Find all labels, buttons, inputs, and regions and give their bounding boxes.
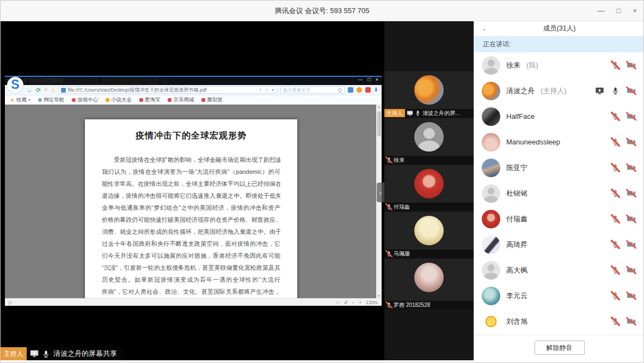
mic-muted-icon[interactable] xyxy=(611,164,620,172)
bookmark-item[interactable]: 小说大全 xyxy=(106,96,132,104)
pdf-zoom-out-icon[interactable]: − xyxy=(352,300,354,305)
document-line: 历史契合。如果新冠疫情演变成为百年一遇的全球性的“大流行 xyxy=(102,274,280,286)
video-tile[interactable]: 徐来 xyxy=(384,118,474,164)
mic-muted-icon[interactable] xyxy=(611,112,620,120)
camera-off-icon[interactable] xyxy=(627,241,636,248)
mic-muted-icon[interactable] xyxy=(611,240,620,249)
pdf-zoom-in-icon[interactable]: + xyxy=(359,300,361,305)
add-favorite-icon[interactable]: + xyxy=(259,87,262,93)
mic-muted-icon[interactable] xyxy=(611,138,620,146)
video-tile[interactable]: 罗茜 20182528 xyxy=(384,259,474,309)
pdf-toolbar-right: □ ↺ − + 133% xyxy=(336,300,378,305)
extension-icon[interactable] xyxy=(357,87,362,93)
collapse-panel-icon[interactable]: ⌄ xyxy=(482,26,487,32)
bookmark-item[interactable]: 爱淘宝 xyxy=(139,96,161,104)
camera-off-icon[interactable] xyxy=(627,87,636,94)
member-row[interactable]: 李元云 xyxy=(474,283,644,308)
member-row[interactable]: HalfFace xyxy=(474,104,644,129)
menu-icon[interactable] xyxy=(365,87,371,93)
camera-off-icon[interactable] xyxy=(627,164,636,171)
browser-window-controls: — □ × xyxy=(358,77,378,82)
camera-off-icon[interactable] xyxy=(627,267,636,274)
browser-close-button[interactable]: × xyxy=(376,77,378,82)
avatar xyxy=(482,133,500,152)
screen-share-icon xyxy=(407,111,413,116)
unmute-button[interactable]: 解除静音 xyxy=(535,341,585,355)
speaking-now-bar: 正在讲话: xyxy=(474,37,644,52)
mic-muted-icon[interactable] xyxy=(611,61,620,69)
browser-tab-pdf[interactable]: 疫情冲击下的全球宏观形... × xyxy=(95,77,159,85)
bookmark-item[interactable]: 京东商城 xyxy=(168,96,194,104)
tile-name: 徐来 xyxy=(394,156,404,164)
tile-name: 清波之舟的屏... xyxy=(422,110,459,117)
scroll-down-icon[interactable]: ▼ xyxy=(376,294,382,298)
bookmark-item[interactable]: 游戏中心 xyxy=(72,96,98,104)
tile-label: 马珮珊 xyxy=(384,250,474,258)
pdf-page-icon[interactable]: □ xyxy=(336,300,339,305)
mic-muted-icon xyxy=(386,251,392,257)
video-tile-host[interactable]: 主持人 清波之舟的屏... xyxy=(384,71,474,117)
mic-muted-icon[interactable] xyxy=(611,266,620,274)
camera-off-icon[interactable] xyxy=(627,138,636,146)
camera-off-icon[interactable] xyxy=(627,190,636,197)
download-icon[interactable]: ⬇ xyxy=(374,87,378,93)
avatar xyxy=(482,56,500,75)
tile-label: 徐来 xyxy=(384,156,474,164)
camera-off-icon[interactable] xyxy=(627,318,636,325)
member-suffix: (主持人) xyxy=(541,86,567,96)
video-tile[interactable]: 付瑞鑫 xyxy=(384,165,474,211)
search-input[interactable] xyxy=(283,87,336,93)
maximize-button[interactable]: □ xyxy=(617,7,621,14)
screen-share-icon[interactable] xyxy=(595,87,604,95)
strip-expand-handle[interactable]: › xyxy=(377,183,384,202)
camera-off-icon[interactable] xyxy=(627,113,636,120)
member-row[interactable]: 付瑞鑫 xyxy=(474,206,644,232)
apps-grid-icon[interactable] xyxy=(348,87,353,93)
mic-muted-icon[interactable] xyxy=(611,189,620,197)
favorite-star-icon[interactable]: ☆ xyxy=(265,87,269,93)
pdf-play-icon[interactable]: ▷ xyxy=(9,300,13,305)
member-row[interactable]: Manuneedssleep xyxy=(474,129,644,155)
document-line: 给当下的悲观预期提供了理由，市场的调整或尚未结束。 xyxy=(102,298,280,298)
member-row[interactable]: 徐来 (我) xyxy=(474,52,644,78)
video-tile[interactable]: 马珮珊 xyxy=(384,212,474,258)
bookmark-item[interactable]: 网址导航 xyxy=(38,96,64,104)
browser-search-box[interactable]: Q xyxy=(280,86,345,94)
camera-off-icon[interactable] xyxy=(627,215,636,222)
avatar xyxy=(414,75,444,105)
back-icon[interactable]: ← xyxy=(27,87,33,93)
bookmarks-bar: ★ 收藏 ▾ 网址导航 游戏中心 小说大全 xyxy=(5,95,382,105)
mic-muted-icon[interactable] xyxy=(611,292,620,300)
search-icon[interactable]: Q xyxy=(338,87,342,93)
mic-muted-icon[interactable] xyxy=(611,215,620,223)
address-bar[interactable]: file:///C:/Users/xiao/Desktop/疫情冲击下的全球宏观… xyxy=(58,86,277,94)
camera-off-icon[interactable] xyxy=(627,62,636,69)
url-dropdown-icon[interactable]: ▾ xyxy=(272,87,274,93)
mic-muted-icon[interactable] xyxy=(611,317,620,325)
member-row[interactable]: 刘含旭 xyxy=(474,308,644,334)
member-row[interactable]: 杜锦铭 xyxy=(474,180,644,206)
scroll-up-icon[interactable]: ▲ xyxy=(376,105,382,108)
camera-off-icon[interactable] xyxy=(627,292,636,299)
browser-minimize-button[interactable]: — xyxy=(358,77,363,82)
member-row[interactable]: 陈亚宁 xyxy=(474,155,644,180)
member-row-host[interactable]: 清波之舟 (主持人) xyxy=(474,78,644,104)
member-row[interactable]: 高大枫 xyxy=(474,257,644,283)
mic-on-icon[interactable] xyxy=(611,87,620,95)
document-title: 疫情冲击下的全球宏观形势 xyxy=(85,130,297,142)
member-row[interactable]: 高琦昇 xyxy=(474,232,644,257)
home-icon[interactable]: ⌂ xyxy=(51,87,55,93)
close-button[interactable]: × xyxy=(633,7,637,14)
dual-core-icon[interactable]: ⚡ xyxy=(44,87,48,93)
bookmark-item[interactable]: 聚划算 xyxy=(201,96,223,104)
refresh-icon[interactable]: ⟳ xyxy=(36,87,41,93)
sogou-browser-logo: S xyxy=(7,77,23,93)
browser-maximize-button[interactable]: □ xyxy=(367,77,370,82)
browser-nav-bar: ← ⟳ ⚡ ⌂ file:///C:/Users/xiao/Desktop/疫情… xyxy=(5,85,382,95)
scrollbar-thumb[interactable] xyxy=(377,111,381,136)
avatar xyxy=(414,263,444,292)
minimize-button[interactable]: — xyxy=(598,7,605,14)
bookmark-favorites[interactable]: ★ 收藏 ▾ xyxy=(10,96,30,104)
screen-share-icon xyxy=(30,350,39,358)
pdf-rotate-icon[interactable]: ↺ xyxy=(344,300,347,305)
